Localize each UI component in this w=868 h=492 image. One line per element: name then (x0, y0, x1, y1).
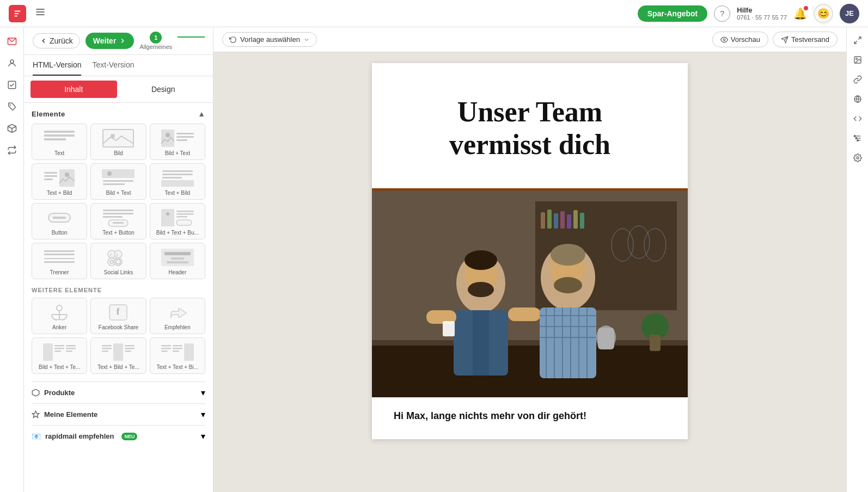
tab-html-version[interactable]: HTML-Version (33, 55, 81, 76)
svg-point-147 (855, 138, 857, 139)
tab-text-version[interactable]: Text-Version (92, 55, 134, 76)
svg-rect-38 (103, 210, 133, 211)
help-icon[interactable]: ? (714, 5, 730, 22)
tab-design[interactable]: Design (120, 81, 207, 98)
element-image-text-label: Bild + Text (165, 150, 190, 156)
collapse-elements-button[interactable]: ▲ (198, 109, 205, 118)
svg-rect-32 (162, 170, 193, 172)
tab-inhalt[interactable]: Inhalt (30, 81, 117, 98)
sidebar-item-contacts[interactable] (2, 53, 22, 73)
page-header-row: Zurück Weiter 1 Allgemeines 2 Layout (24, 27, 213, 55)
element-text-image[interactable]: Text + Bild (32, 163, 87, 200)
element-recommend[interactable]: Empfehlen (150, 298, 205, 334)
weiter-button[interactable]: Weiter (85, 33, 135, 49)
sidebar-item-package[interactable] (2, 119, 22, 138)
svg-point-44 (166, 212, 169, 216)
email-hero-block[interactable]: Unser Teamvermisst dich (372, 63, 688, 190)
svg-rect-33 (162, 174, 193, 175)
svg-rect-72 (54, 348, 64, 349)
testsend-button[interactable]: Testversand (773, 32, 838, 47)
right-sidebar-expand[interactable] (849, 32, 866, 49)
svg-rect-74 (66, 345, 76, 347)
element-facebook[interactable]: f Facebook Share (90, 298, 146, 334)
svg-rect-85 (161, 348, 171, 349)
svg-rect-112 (473, 310, 489, 376)
email-hero-title: Unser Teamvermisst dich (394, 96, 666, 161)
svg-rect-82 (125, 348, 135, 349)
spar-angebot-button[interactable]: Spar-Angebot (638, 5, 708, 22)
svg-rect-40 (103, 216, 123, 218)
right-sidebar-link[interactable] (849, 71, 866, 88)
element-image-text-button[interactable]: Bild + Text + Bu... (150, 203, 205, 239)
right-sidebar-globe[interactable] (849, 90, 866, 108)
svg-rect-100 (554, 213, 558, 229)
element-header[interactable]: Header (150, 243, 205, 279)
produkte-section: Produkte ▾ (32, 382, 205, 403)
elements-section: Elemente ▲ Text (24, 103, 213, 492)
element-image[interactable]: Bild (90, 124, 146, 160)
svg-rect-48 (176, 220, 192, 225)
svg-point-19 (166, 133, 170, 137)
element-text-image2[interactable]: Text + Bild (150, 163, 205, 200)
meine-elemente-section: Meine Elemente ▾ (32, 403, 205, 425)
produkte-label: Produkte (44, 389, 75, 397)
bell-icon[interactable]: 🔔 (793, 7, 807, 20)
rapidmail-section: 📧 rapidmail empfehlen NEU ▾ (32, 425, 205, 447)
rapidmail-header[interactable]: 📧 rapidmail empfehlen NEU ▾ (32, 431, 205, 441)
canvas-area[interactable]: Unser Teamvermisst dich (213, 52, 846, 492)
template-select[interactable]: Vorlage auswählen (222, 32, 317, 47)
email-text-block[interactable]: Hi Max, lange nichts mehr von dir gehört… (372, 397, 688, 439)
element-txt-img-txt[interactable]: Text + Bild + Te... (90, 337, 146, 374)
svg-rect-31 (103, 183, 125, 185)
sidebar-item-mail[interactable] (2, 32, 22, 51)
sidebar-item-tag[interactable] (2, 97, 22, 116)
svg-rect-71 (54, 345, 64, 347)
svg-marker-91 (32, 411, 39, 417)
sidebar-item-check[interactable] (2, 75, 22, 95)
step-connector-1 (178, 36, 205, 38)
right-sidebar-code[interactable] (849, 110, 866, 127)
svg-rect-50 (44, 254, 75, 255)
hilfe-phone: 0761 · 55 77 55 77 (737, 14, 787, 21)
preview-button[interactable]: Vorschau (712, 32, 768, 47)
element-txt-txt-img[interactable]: Text + Text + Bi... (150, 337, 205, 374)
logo[interactable] (9, 5, 26, 22)
svg-rect-46 (176, 213, 194, 215)
right-sidebar-image[interactable] (849, 51, 866, 69)
element-social-label: Social Links (104, 269, 133, 275)
hilfe-block: Hilfe 0761 · 55 77 55 77 (737, 6, 787, 21)
back-button[interactable]: Zurück (33, 33, 80, 48)
element-image-text[interactable]: Bild + Text (150, 124, 205, 160)
icon-sidebar (0, 27, 24, 492)
right-sidebar-settings[interactable] (849, 149, 866, 167)
element-text[interactable]: Text (32, 124, 87, 160)
canvas-sub-header: Vorlage auswählen Vorschau (213, 27, 846, 52)
svg-rect-21 (176, 136, 194, 138)
svg-point-109 (464, 250, 497, 270)
sidebar-item-arrows[interactable] (2, 140, 22, 160)
main-layout: Zurück Weiter 1 Allgemeines 2 Layout (0, 27, 868, 492)
element-divider[interactable]: Trenner (32, 243, 87, 279)
element-button[interactable]: Button (32, 203, 87, 239)
svg-point-92 (723, 39, 725, 41)
element-anchor[interactable]: Anker (32, 298, 87, 334)
svg-rect-13 (44, 131, 75, 133)
element-image-text2[interactable]: Bild + Text (90, 163, 146, 200)
email-image-block[interactable] (372, 190, 688, 397)
new-badge: NEU (121, 433, 137, 440)
svg-rect-63 (171, 257, 184, 260)
avatar-initials[interactable]: JE (840, 4, 859, 23)
svg-point-146 (854, 136, 855, 137)
svg-rect-20 (176, 133, 194, 134)
svg-rect-89 (173, 350, 179, 352)
svg-rect-84 (161, 345, 171, 347)
element-img-txt-txt[interactable]: Bild + Text + Te... (32, 337, 87, 374)
meine-elemente-header[interactable]: Meine Elemente ▾ (32, 409, 205, 420)
produkte-header[interactable]: Produkte ▾ (32, 388, 205, 398)
element-social[interactable]: f t Social Links (90, 243, 146, 279)
step-2: 2 Layout (205, 32, 213, 50)
hamburger-icon[interactable] (35, 7, 46, 20)
right-sidebar-adjust[interactable] (849, 130, 866, 147)
avatar-smiley[interactable]: 😊 (814, 4, 833, 23)
element-text-button[interactable]: Text + Button (90, 203, 146, 239)
